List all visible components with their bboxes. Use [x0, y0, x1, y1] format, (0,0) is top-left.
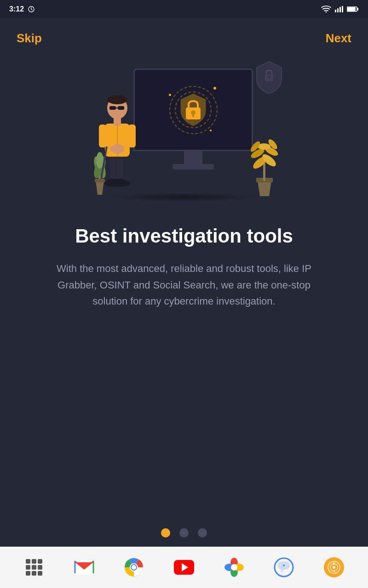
svg-rect-29 — [128, 124, 136, 147]
svg-rect-8 — [357, 8, 358, 11]
nav-row: Skip Next — [0, 18, 368, 45]
google-photos-icon[interactable] — [222, 555, 246, 579]
scene — [74, 55, 294, 211]
text-content: Best investigation tools With the most a… — [0, 215, 368, 510]
youtube-icon[interactable] — [172, 555, 196, 579]
person — [97, 82, 138, 188]
svg-point-58 — [283, 565, 285, 566]
battery-icon — [347, 6, 359, 12]
dot-3[interactable] — [198, 528, 207, 537]
next-button[interactable]: Next — [326, 31, 351, 45]
svg-rect-21 — [109, 153, 116, 181]
monitor — [133, 68, 253, 170]
svg-marker-37 — [258, 181, 271, 196]
wifi-icon — [321, 6, 331, 13]
svg-rect-4 — [339, 7, 341, 12]
monitor-screen — [133, 68, 253, 151]
svg-rect-22 — [117, 153, 123, 181]
skip-button[interactable]: Skip — [17, 31, 42, 45]
svg-point-61 — [333, 566, 335, 569]
svg-point-24 — [115, 179, 126, 183]
svg-point-51 — [132, 565, 136, 570]
svg-rect-34 — [118, 106, 124, 110]
bottom-nav — [0, 547, 368, 588]
illustration-area — [0, 45, 368, 215]
gmail-icon[interactable] — [72, 555, 96, 579]
status-time: 3:12 — [9, 5, 35, 13]
svg-rect-28 — [99, 124, 106, 147]
svg-rect-33 — [109, 106, 116, 110]
svg-point-1 — [326, 11, 327, 13]
messages-icon[interactable] — [272, 555, 296, 579]
grid-icon — [26, 559, 42, 576]
shield-right — [253, 59, 285, 96]
status-icons — [321, 6, 359, 13]
ground-shadow — [110, 192, 258, 202]
pagination-dots — [0, 510, 368, 547]
plant-right — [244, 137, 281, 197]
svg-rect-5 — [342, 6, 343, 12]
chrome-icon[interactable] — [122, 555, 146, 579]
signal-icon — [335, 6, 343, 13]
svg-point-56 — [231, 564, 237, 571]
svg-rect-2 — [335, 10, 336, 12]
svg-rect-7 — [347, 7, 356, 11]
dot-1[interactable] — [161, 528, 170, 537]
deco-dot-2 — [210, 130, 212, 131]
dot-2[interactable] — [179, 528, 189, 537]
slide-title: Best investigation tools — [28, 225, 340, 248]
svg-point-19 — [268, 76, 270, 79]
svg-point-30 — [110, 144, 125, 153]
monitor-stand — [184, 151, 202, 164]
deco-dot-1 — [213, 87, 216, 90]
svg-marker-63 — [333, 570, 335, 573]
status-bar: 3:12 — [0, 0, 368, 18]
monitor-base — [172, 164, 214, 170]
svg-marker-62 — [333, 562, 335, 565]
alarm-icon — [28, 6, 35, 13]
target-app-icon[interactable] — [322, 555, 346, 579]
svg-rect-17 — [192, 113, 194, 117]
lock-container — [168, 85, 218, 135]
apps-icon[interactable] — [22, 555, 46, 579]
lock-svg — [184, 98, 202, 121]
deco-dot-3 — [169, 94, 171, 96]
svg-rect-3 — [337, 8, 339, 12]
svg-line-36 — [101, 147, 107, 179]
main-content: Skip Next — [0, 18, 368, 547]
slide-description: With the most advanced, reliable and rob… — [41, 260, 327, 309]
svg-point-32 — [107, 95, 127, 104]
